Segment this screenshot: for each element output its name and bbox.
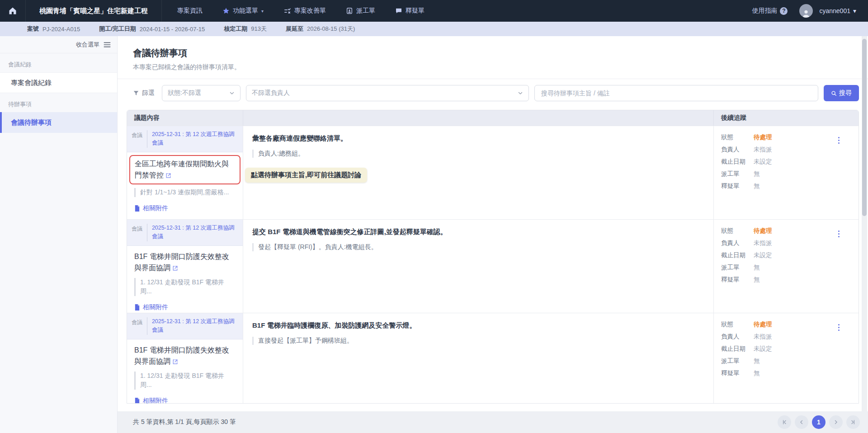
nav-item-improvement-form[interactable]: 專案改善單	[283, 7, 326, 15]
scrollbar-thumb[interactable]	[862, 39, 867, 216]
column-header-topic: 議題內容	[127, 110, 243, 126]
attachments-link[interactable]: 相關附件	[134, 397, 236, 403]
meeting-link[interactable]: 2025-12-31 : 第 12 次週工務協調會議	[152, 317, 237, 335]
attachments-link[interactable]: 相關附件	[134, 303, 236, 311]
meeting-chip: 會議 2025-12-31 : 第 12 次週工務協調會議	[127, 313, 243, 339]
scrollbar-track	[862, 36, 867, 411]
rfi-value: 無	[754, 182, 760, 190]
row-menu-button[interactable]	[836, 135, 841, 146]
question-circle-icon	[780, 7, 788, 15]
assignee-value: 未指派	[754, 146, 772, 154]
results-summary: 共 5 筆資料,第 1/1 頁,每頁顯示 30 筆	[133, 418, 236, 426]
extension-label: 展延至	[286, 25, 303, 33]
nav-item-project-info[interactable]: 專案資訊	[177, 7, 203, 15]
checklist-icon	[283, 7, 291, 15]
worker-badge-icon	[346, 7, 353, 14]
assignee-label: 負責人	[721, 146, 754, 154]
search-icon	[831, 90, 837, 96]
prev-page-button[interactable]	[795, 415, 808, 429]
status-badge: 待處理	[754, 320, 772, 329]
main-content: 會議待辦事項 本專案已歸檔之會議的待辦事項清單。 篩選 狀態:不篩選 不篩選負責…	[118, 36, 868, 433]
nav-item-work-order[interactable]: 派工單	[346, 7, 375, 15]
todo-topic-link[interactable]: B1F 電梯井開口防護失效整改與界面協調	[127, 246, 243, 275]
home-icon	[8, 6, 17, 15]
assignee-label: 負責人	[721, 239, 754, 247]
chevron-down-icon	[853, 7, 856, 14]
todo-topic-link[interactable]: B1F 電梯井開口防護失效整改與界面協調	[127, 339, 243, 368]
assignee-value: 未指派	[754, 333, 772, 341]
external-link-icon	[165, 173, 171, 179]
collapse-menu-button[interactable]: 收合選單	[0, 36, 117, 53]
sidebar-item-project-meeting-records[interactable]: 專案會議紀錄	[0, 72, 117, 93]
status-label: 狀態	[721, 227, 754, 235]
filter-toolbar: 篩選 狀態:不篩選 不篩選負責人 搜尋	[118, 79, 868, 107]
status-filter-select[interactable]: 狀態:不篩選	[162, 85, 241, 101]
rfi-value: 無	[754, 276, 760, 284]
status-label: 狀態	[721, 133, 754, 141]
todo-note: 1. 12/31 走勘發現 B1F 電梯井周...	[134, 372, 236, 389]
row-menu-button[interactable]	[836, 322, 841, 333]
todo-note: 針對 1/1~1/3 連假期間,需嚴格...	[134, 188, 236, 197]
todo-table: 議題內容 後續追蹤 會議 2025-12-31 : 第 12 次週工務協調會議 …	[127, 110, 859, 404]
last-page-button[interactable]	[846, 415, 860, 429]
meeting-link[interactable]: 2025-12-31 : 第 12 次週工務協調會議	[152, 130, 237, 148]
case-number-label: 案號	[27, 25, 39, 33]
search-button[interactable]: 搜尋	[824, 85, 859, 101]
file-icon	[134, 304, 140, 311]
todo-row: 會議 2025-12-31 : 第 12 次週工務協調會議 B1F 電梯井開口防…	[127, 313, 859, 403]
user-menu[interactable]: cyanne001	[819, 7, 856, 14]
divider	[147, 130, 147, 148]
home-button[interactable]	[0, 0, 25, 22]
meeting-tag: 會議	[132, 317, 142, 326]
page-subtitle: 本專案已歸檔之會議的待辦事項清單。	[133, 63, 868, 71]
status-label: 狀態	[721, 320, 754, 329]
work-order-label: 派工單	[721, 357, 754, 365]
page-number-button[interactable]: 1	[812, 415, 826, 429]
due-date-label: 截止日期	[721, 345, 754, 353]
search-input[interactable]	[534, 85, 818, 101]
task-title: 提交 B1F 電梯道與機電管線衝突之修正詳圖,並發起釋疑單確認。	[252, 227, 704, 237]
meeting-tag: 會議	[132, 224, 142, 233]
assignee-value: 未指派	[754, 239, 772, 247]
extension-value: 2026-08-15 (31天)	[307, 25, 355, 33]
rfi-label: 釋疑單	[721, 369, 754, 377]
assignee-label: 負責人	[721, 333, 754, 341]
first-page-button[interactable]	[778, 415, 791, 429]
todo-topic-link[interactable]: 全區工地跨年連假期間動火與門禁管控	[130, 156, 240, 184]
avatar[interactable]	[799, 4, 813, 18]
column-header-tracking: 後續追蹤	[714, 110, 859, 126]
file-icon	[134, 205, 140, 212]
table-header: 議題內容 後續追蹤	[127, 110, 859, 126]
page-title: 會議待辦事項	[133, 47, 868, 59]
sidebar-item-meeting-todos[interactable]: 會議待辦事項	[0, 112, 117, 133]
sidebar-section-todos: 待辦事項	[0, 93, 117, 112]
todo-topic-text: 全區工地跨年連假期間動火與門禁管控	[135, 160, 229, 179]
chevron-down-icon	[229, 90, 235, 96]
due-date-value: 未設定	[754, 251, 772, 259]
meeting-tag: 會議	[132, 130, 142, 139]
dates-label: 開工/完工日期	[99, 25, 136, 33]
todo-note: 1. 12/31 走勘發現 B1F 電梯井周...	[134, 278, 236, 296]
nav-item-rfi[interactable]: 釋疑單	[395, 7, 425, 15]
project-info-bar: 案號PJ-2024-A015 開工/完工日期2024-01-15 - 2026-…	[0, 22, 868, 36]
attachments-link[interactable]: 相關附件	[134, 204, 236, 212]
meeting-link[interactable]: 2025-12-31 : 第 12 次週工務協調會議	[152, 224, 237, 241]
top-navbar: 桃園青埔「賓喵之星」住宅新建工程 專案資訊 功能選單 專案改善單 派工單 釋疑單…	[0, 0, 868, 22]
funnel-icon	[133, 90, 139, 96]
next-page-button[interactable]	[829, 415, 843, 429]
todo-row: 會議 2025-12-31 : 第 12 次週工務協調會議 B1F 電梯井開口防…	[127, 219, 859, 313]
row-menu-button[interactable]	[836, 229, 841, 239]
user-guide-link[interactable]: 使用指南	[752, 7, 788, 15]
assignee-filter-select[interactable]: 不篩選負責人	[246, 85, 529, 101]
external-link-icon	[172, 359, 178, 365]
nav-item-function-menu[interactable]: 功能選單	[222, 7, 264, 15]
task-note: 直接發起【派工單】予鋼構班組。	[252, 337, 704, 345]
chat-icon	[395, 7, 402, 14]
chevron-down-icon	[518, 90, 523, 96]
highlight-box: 全區工地跨年連假期間動火與門禁管控	[129, 155, 241, 185]
topic-hint-tooltip: 點選待辦事項主旨,即可前往議題討論	[245, 168, 367, 183]
due-date-label: 截止日期	[721, 251, 754, 259]
filter-label: 篩選	[142, 89, 155, 97]
task-title: B1F 電梯井臨時護欄復原、加裝防護網及安全警示燈。	[252, 320, 704, 331]
work-order-label: 派工單	[721, 170, 754, 178]
